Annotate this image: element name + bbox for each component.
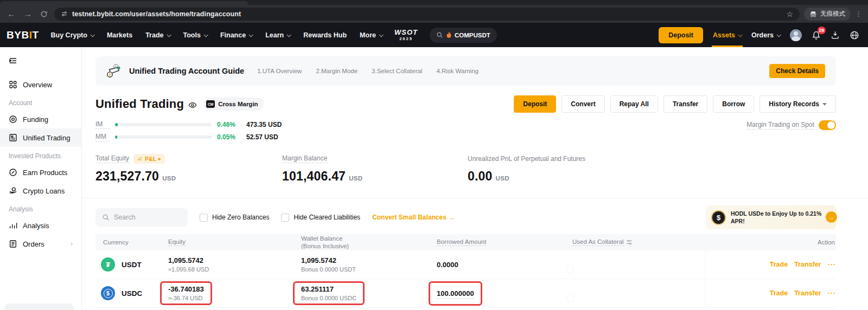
account-stats: Total Equity P&L▸ 231,527.70USD Margin B…: [95, 153, 836, 184]
promo-text: HODL USDe to Enjoy Up to 0.21% APR!: [731, 210, 823, 225]
highlight-box-borrowed: 100.000000: [429, 281, 482, 306]
browser-tabstrip: [0, 0, 868, 5]
nav-search[interactable]: COMPUSDT: [430, 28, 497, 43]
download-icon[interactable]: [831, 30, 840, 40]
browser-menu-button[interactable]: ⋮: [855, 10, 863, 18]
sidebar-item-earn-products[interactable]: Earn Products: [0, 163, 81, 182]
chevron-down-icon: [167, 33, 171, 37]
sidebar-item-crypto-loans[interactable]: Crypto Loans: [0, 182, 81, 200]
sidebar-collapse-button[interactable]: [0, 57, 81, 64]
header-borrowed-amount[interactable]: Borrowed Amount: [437, 238, 572, 246]
site-info-icon[interactable]: [61, 10, 68, 17]
caret-down-icon: [822, 103, 827, 106]
bookmark-star-icon[interactable]: ☆: [786, 10, 793, 18]
margin-trading-on-spot: Margin Trading on Spot: [746, 120, 836, 130]
back-button[interactable]: ←: [5, 8, 17, 20]
margin-mode-badge[interactable]: CM Cross Margin: [203, 98, 264, 111]
header-action: Action: [705, 239, 836, 246]
wallet-balance-cell: 63.251117 Bonus 0.0000 USDC: [301, 281, 437, 305]
usdt-icon: ₮: [101, 257, 115, 272]
spot-toggle-label: Margin Trading on Spot: [746, 121, 814, 130]
nav-item-more[interactable]: More: [360, 31, 382, 39]
globe-icon[interactable]: [850, 30, 859, 40]
nav-item-trade[interactable]: Trade: [145, 31, 170, 39]
unrealized-pnl-stat: Unrealized PnL of Perpetual and Futures …: [468, 153, 654, 184]
sidebar: Overview Account Funding Unified Trading…: [0, 47, 82, 310]
hide-zero-balances-checkbox[interactable]: Hide Zero Balances: [200, 214, 269, 222]
more-actions-icon[interactable]: ···: [828, 261, 837, 268]
reload-button[interactable]: [38, 8, 50, 20]
more-actions-icon[interactable]: ···: [828, 289, 837, 297]
browser-tab[interactable]: [0, 1, 248, 5]
equity-cell: 1,095.5742 ≈1,095.68 USD: [168, 256, 301, 273]
nav-item-buy-crypto[interactable]: Buy Crypto: [51, 31, 94, 39]
convert-button[interactable]: Convert: [561, 95, 604, 113]
history-records-button[interactable]: History Records: [760, 95, 836, 113]
pnl-badge[interactable]: P&L▸: [133, 154, 165, 164]
sidebar-item-overview[interactable]: Overview: [0, 75, 81, 94]
filter-row: Hide Zero Balances Hide Cleared Liabilit…: [95, 205, 836, 229]
check-details-button[interactable]: Check Details: [769, 64, 825, 78]
im-label: IM: [95, 120, 110, 129]
transfer-link[interactable]: Transfer: [794, 289, 821, 297]
search-input[interactable]: [114, 214, 174, 221]
guide-step-1[interactable]: 1.UTA Overview: [257, 68, 302, 74]
currency-cell: ₮ USDT: [95, 257, 168, 272]
nav-item-markets[interactable]: Markets: [107, 31, 132, 39]
trade-link[interactable]: Trade: [770, 261, 788, 268]
sidebar-item-unified-trading[interactable]: Unified Trading: [0, 128, 81, 147]
url-bar[interactable]: testnet.bybit.com/user/assets/home/tradi…: [54, 8, 800, 21]
nav-deposit-button[interactable]: Deposit: [659, 27, 703, 43]
avatar[interactable]: [790, 29, 802, 41]
convert-small-balances-link[interactable]: Convert Small Balances →: [372, 214, 455, 221]
sidebar-footer-card: [4, 303, 74, 310]
spot-margin-toggle[interactable]: [819, 120, 836, 130]
nav-item-assets[interactable]: Assets: [713, 23, 742, 47]
header-equity[interactable]: Equity: [168, 238, 301, 246]
nav-right: Deposit Assets Orders 29: [659, 23, 859, 47]
total-equity-stat: Total Equity P&L▸ 231,527.70USD: [95, 153, 282, 184]
forward-button[interactable]: →: [22, 8, 34, 20]
transfer-link[interactable]: Transfer: [794, 261, 821, 268]
borrow-button[interactable]: Borrow: [713, 95, 754, 113]
nav-item-rewards-hub[interactable]: Rewards Hub: [303, 31, 347, 39]
account-actions: Deposit Convert Repay All Transfer Borro…: [514, 95, 836, 113]
eye-icon[interactable]: [188, 101, 197, 109]
currency-cell: $ USDC: [95, 286, 168, 300]
bonus-value: Bonus 0.0000 USDC: [301, 295, 356, 301]
repay-all-button[interactable]: Repay All: [610, 95, 658, 113]
hide-cleared-liabilities-checkbox[interactable]: Hide Cleared Liabilities: [281, 214, 360, 222]
sidebar-section-invested: Invested Products: [0, 147, 81, 163]
equity-value: 1,095.5742: [168, 256, 301, 264]
wsot-2025-logo[interactable]: WSOT 2025: [394, 29, 418, 41]
borrowed-value: 100.000000: [437, 289, 474, 299]
borrowed-cell: 100.000000: [437, 281, 572, 306]
bybit-logo[interactable]: BYBIT: [7, 29, 39, 41]
notifications-button[interactable]: 29: [812, 30, 821, 40]
nav-item-tools[interactable]: Tools: [183, 31, 207, 39]
nav-item-orders[interactable]: Orders: [751, 31, 780, 39]
trade-link[interactable]: Trade: [770, 289, 788, 297]
sidebar-item-funding[interactable]: Funding: [0, 110, 81, 128]
guide-steps: 1.UTA Overview 2.Margin Mode 3.Select Co…: [257, 68, 478, 74]
mm-value: 52.57 USD: [246, 133, 278, 141]
sidebar-item-orders[interactable]: Orders ›: [0, 235, 81, 253]
header-used-as-collateral[interactable]: Used As Collateral: [572, 238, 705, 246]
equity-usd: ≈1,095.68 USD: [168, 266, 301, 273]
transfer-button[interactable]: Transfer: [663, 95, 707, 113]
sidebar-section-account: Account: [0, 94, 81, 110]
sidebar-item-analysis[interactable]: Analysis: [0, 216, 81, 235]
nav-item-learn[interactable]: Learn: [265, 31, 290, 39]
incognito-badge: 无痕模式: [804, 8, 851, 21]
guide-step-4[interactable]: 4.Risk Warning: [436, 68, 478, 74]
deposit-button[interactable]: Deposit: [514, 95, 556, 113]
usde-coin-icon: $: [711, 210, 726, 225]
total-equity-label: Total Equity: [95, 154, 129, 163]
guide-step-3[interactable]: 3.Select Collateral: [372, 68, 422, 74]
collateral-settings-icon[interactable]: [626, 239, 633, 246]
guide-step-2[interactable]: 2.Margin Mode: [316, 68, 358, 74]
asset-search[interactable]: [95, 208, 188, 227]
usde-promo-banner[interactable]: $ HODL USDe to Enjoy Up to 0.21% APR! →: [706, 205, 836, 229]
promo-arrow-button[interactable]: →: [826, 211, 837, 223]
nav-item-finance[interactable]: Finance: [220, 31, 252, 39]
